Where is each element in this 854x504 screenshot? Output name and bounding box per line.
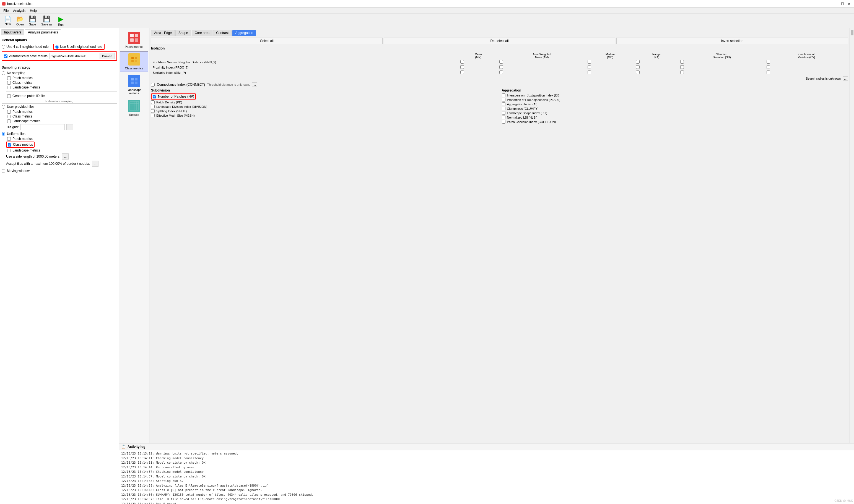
moving-window-radio[interactable]: [2, 169, 5, 173]
no-sampling-class-row: Class metrics: [6, 81, 117, 85]
enn-sd-checkbox[interactable]: [680, 60, 684, 64]
enn-md-checkbox[interactable]: [588, 60, 591, 64]
neighborhood-8cell-option[interactable]: Use 8 cell neighborhood rule: [53, 44, 105, 50]
prox-ra-checkbox[interactable]: [636, 65, 640, 69]
simi-am-checkbox[interactable]: [499, 71, 503, 74]
uniform-landscape-checkbox[interactable]: [7, 149, 11, 152]
prox-sd-checkbox[interactable]: [680, 65, 684, 69]
tab-aggregation[interactable]: Aggregation: [232, 30, 256, 36]
prox-am-checkbox[interactable]: [499, 65, 503, 69]
prox-label: Proximity Index (PROX_?): [151, 65, 459, 70]
deselect-all-button[interactable]: De-select all: [384, 38, 615, 44]
save-path-input[interactable]: [49, 53, 98, 59]
threshold-btn[interactable]: ...: [252, 83, 257, 87]
nav-landscape-metrics[interactable]: Landscape metrics: [120, 73, 148, 97]
tab-shape[interactable]: Shape: [175, 30, 191, 36]
enn-am-checkbox[interactable]: [499, 60, 503, 64]
no-sampling-radio[interactable]: [2, 71, 5, 75]
no-sampling-label-row[interactable]: No sampling: [2, 71, 25, 75]
simi-sd-checkbox[interactable]: [680, 71, 684, 74]
save-as-button[interactable]: 💾 Save as: [39, 15, 54, 27]
close-button[interactable]: ✕: [846, 1, 852, 7]
uniform-tiles-radio[interactable]: [2, 132, 5, 136]
select-all-button[interactable]: Select all: [151, 38, 383, 44]
split-checkbox[interactable]: [151, 109, 155, 113]
side-length-btn[interactable]: ...: [62, 154, 69, 160]
enn-mn-checkbox[interactable]: [460, 60, 464, 64]
no-sampling-label: No sampling: [7, 71, 25, 75]
minimize-button[interactable]: ─: [833, 1, 838, 7]
tab-core-area[interactable]: Core area: [192, 30, 212, 36]
watermark: CSDN @_游乐: [834, 499, 853, 503]
right-scrollbar[interactable]: [850, 28, 854, 443]
no-sampling-landscape-checkbox[interactable]: [7, 86, 11, 89]
neighborhood-4cell-radio[interactable]: [2, 45, 5, 49]
tab-analysis-params[interactable]: Analysis parameters: [25, 29, 61, 35]
clumpy-checkbox[interactable]: [502, 107, 505, 110]
nlsi-checkbox[interactable]: [502, 115, 505, 119]
uniform-tiles-label-row[interactable]: Uniform tiles: [2, 132, 25, 136]
menu-help[interactable]: Help: [28, 8, 39, 13]
tab-area-edge[interactable]: Area - Edge: [151, 30, 175, 36]
browse-button[interactable]: Browse: [100, 53, 115, 59]
uniform-class-checkbox[interactable]: [8, 143, 11, 146]
prox-cv-checkbox[interactable]: [767, 65, 770, 69]
nav-class-label: Class metrics: [125, 67, 143, 70]
prox-mn-checkbox[interactable]: [460, 65, 464, 69]
division-checkbox[interactable]: [151, 105, 155, 108]
pladj-checkbox[interactable]: [502, 98, 505, 102]
connectance-checkbox[interactable]: [151, 83, 155, 87]
new-button[interactable]: 📄 New: [2, 16, 13, 26]
auto-save-checkbox[interactable]: [4, 54, 7, 58]
user-tiles-patch-checkbox[interactable]: [7, 110, 11, 114]
nav-results[interactable]: Results: [120, 98, 148, 118]
uniform-patch-checkbox[interactable]: [7, 137, 11, 141]
user-tiles-label-row[interactable]: User provided tiles: [2, 105, 34, 109]
neighborhood-4cell-option[interactable]: Use 4 cell neighborhood rule: [2, 45, 49, 49]
prox-md-checkbox[interactable]: [588, 65, 591, 69]
enn-ra-checkbox[interactable]: [636, 60, 640, 64]
accept-tiles-btn[interactable]: ...: [92, 161, 99, 167]
user-tiles-radio[interactable]: [2, 105, 5, 109]
no-sampling-patch-checkbox[interactable]: [7, 76, 11, 80]
save-button[interactable]: 💾 Save: [27, 15, 38, 27]
open-button[interactable]: 📂 Open: [14, 15, 26, 27]
tile-grid-input[interactable]: [20, 124, 65, 130]
simi-cv-checkbox[interactable]: [767, 71, 770, 74]
moving-window-label: Moving window: [7, 169, 30, 173]
simi-ra-checkbox[interactable]: [636, 71, 640, 74]
simi-mn-checkbox[interactable]: [460, 71, 464, 74]
tile-grid-browse-button[interactable]: ...: [66, 124, 73, 130]
tab-input-layers[interactable]: Input layers: [1, 29, 24, 35]
enn-cv-checkbox[interactable]: [767, 60, 770, 64]
tab-contrast[interactable]: Contrast: [213, 30, 231, 36]
nav-patch-metrics[interactable]: Patch metrics: [120, 30, 148, 50]
maximize-button[interactable]: ☐: [840, 1, 845, 7]
menu-file[interactable]: File: [1, 8, 11, 13]
cohesion-checkbox[interactable]: [502, 120, 505, 124]
nav-class-metrics[interactable]: Class metrics: [120, 51, 148, 72]
invert-selection-button[interactable]: Invert selection: [616, 38, 848, 44]
user-tiles-landscape-checkbox[interactable]: [7, 120, 11, 123]
moving-window-label-row[interactable]: Moving window: [2, 169, 30, 173]
table-row: Proximity Index (PROX_?): [151, 65, 848, 70]
no-sampling-class-checkbox[interactable]: [7, 81, 11, 85]
lsi-checkbox[interactable]: [502, 111, 505, 115]
menu-analysis[interactable]: Analysis: [11, 8, 28, 13]
subdivision-section: Subdivision Number of Patches (NP) Patch…: [151, 88, 498, 124]
generate-patch-id-checkbox[interactable]: [7, 94, 11, 98]
user-tiles-class-checkbox[interactable]: [7, 115, 11, 118]
pd-checkbox[interactable]: [151, 100, 155, 104]
general-options-title: General options: [2, 38, 117, 42]
auto-save-label: Automatically save results: [9, 54, 48, 58]
ai-checkbox[interactable]: [502, 102, 505, 106]
np-checkbox[interactable]: [153, 95, 156, 98]
mesh-checkbox[interactable]: [151, 114, 155, 117]
iji-checkbox[interactable]: [502, 93, 505, 97]
neighborhood-8cell-radio[interactable]: [55, 45, 59, 49]
log-line-7: 12/18/23 10:14:38: Analyzing file: E:\Re…: [121, 484, 852, 488]
search-radius-row: Search radius is unknown. ...: [151, 76, 848, 81]
run-button[interactable]: ▶ Run: [55, 15, 66, 27]
simi-md-checkbox[interactable]: [588, 71, 591, 74]
search-radius-btn[interactable]: ...: [843, 76, 848, 81]
